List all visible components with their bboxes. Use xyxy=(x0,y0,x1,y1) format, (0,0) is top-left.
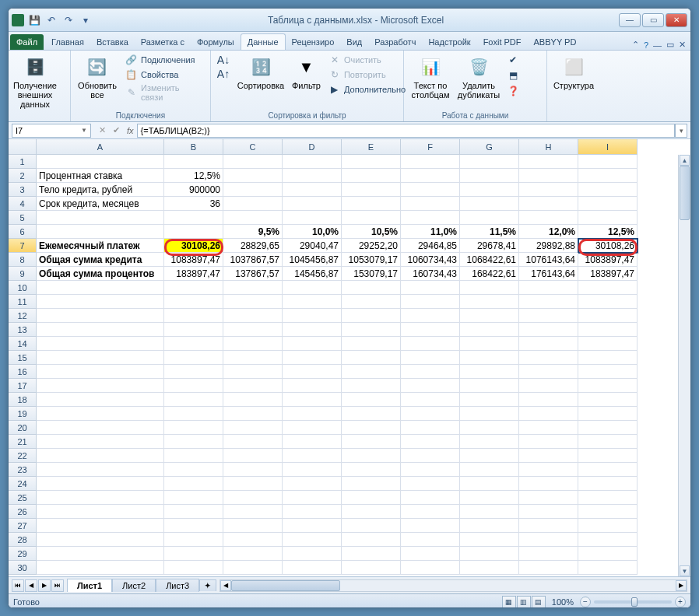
row-header[interactable]: 13 xyxy=(9,323,37,337)
cell[interactable] xyxy=(519,295,578,309)
cell[interactable] xyxy=(342,323,401,337)
cell[interactable]: 153079,17 xyxy=(342,267,401,281)
cell[interactable] xyxy=(283,197,342,211)
outline-button[interactable]: ⬜ Структура xyxy=(552,53,595,92)
cell[interactable] xyxy=(37,309,164,323)
cell[interactable]: 12,5% xyxy=(578,225,638,239)
cell[interactable] xyxy=(401,365,460,379)
cell[interactable] xyxy=(283,491,342,505)
row-header[interactable]: 22 xyxy=(9,449,37,463)
row-header[interactable]: 16 xyxy=(9,365,37,379)
page-layout-view-icon[interactable]: ▥ xyxy=(517,596,531,608)
cell[interactable] xyxy=(519,183,578,197)
cell[interactable] xyxy=(401,435,460,449)
cell[interactable] xyxy=(283,295,342,309)
cell[interactable]: 12,0% xyxy=(519,225,578,239)
cell[interactable]: 1068422,61 xyxy=(460,253,519,267)
qat-dropdown-icon[interactable]: ▾ xyxy=(79,13,93,27)
cell[interactable] xyxy=(401,351,460,365)
cell[interactable] xyxy=(223,323,283,337)
row-header[interactable]: 26 xyxy=(9,505,37,519)
cell[interactable] xyxy=(519,491,578,505)
cell[interactable] xyxy=(519,211,578,225)
cell[interactable]: 10,5% xyxy=(342,225,401,239)
row-header[interactable]: 18 xyxy=(9,393,37,407)
cell[interactable] xyxy=(164,295,223,309)
cell[interactable] xyxy=(283,323,342,337)
cell[interactable] xyxy=(519,379,578,393)
cell[interactable] xyxy=(460,407,519,421)
cell[interactable] xyxy=(223,379,283,393)
data-validation-button[interactable]: ✔ xyxy=(505,53,521,67)
cell[interactable] xyxy=(460,379,519,393)
cell[interactable] xyxy=(519,435,578,449)
cell[interactable] xyxy=(283,281,342,295)
cell[interactable] xyxy=(223,477,283,491)
row-header[interactable]: 8 xyxy=(9,253,37,267)
cell[interactable] xyxy=(519,169,578,183)
cell[interactable] xyxy=(342,561,401,575)
cell[interactable] xyxy=(283,449,342,463)
scroll-up-icon[interactable]: ▲ xyxy=(680,155,690,166)
cell[interactable] xyxy=(223,393,283,407)
fx-icon[interactable]: fx xyxy=(127,126,134,135)
cell[interactable] xyxy=(223,211,283,225)
cell[interactable] xyxy=(460,323,519,337)
cell[interactable] xyxy=(519,477,578,491)
cell[interactable]: Тело кредита, рублей xyxy=(37,183,164,197)
filter-button[interactable]: ▼ Фильтр xyxy=(290,53,322,92)
sort-desc-button[interactable]: A↑ xyxy=(216,67,231,81)
row-header[interactable]: 6 xyxy=(9,225,37,239)
cell[interactable] xyxy=(342,295,401,309)
cell[interactable] xyxy=(460,183,519,197)
connections-button[interactable]: 🔗Подключения xyxy=(124,53,205,67)
cell[interactable] xyxy=(342,393,401,407)
cell[interactable] xyxy=(578,309,638,323)
cell[interactable] xyxy=(164,547,223,561)
cell[interactable] xyxy=(223,295,283,309)
cell[interactable] xyxy=(519,547,578,561)
cell[interactable] xyxy=(283,519,342,533)
text-to-columns-button[interactable]: 📊 Текст по столбцам xyxy=(409,53,452,101)
cell[interactable] xyxy=(164,323,223,337)
cell[interactable] xyxy=(460,197,519,211)
cell[interactable] xyxy=(37,407,164,421)
namebox-dropdown-icon[interactable]: ▼ xyxy=(81,127,87,134)
cell[interactable] xyxy=(223,197,283,211)
cell[interactable] xyxy=(519,365,578,379)
cell[interactable] xyxy=(342,211,401,225)
cell[interactable] xyxy=(164,519,223,533)
reapply-button[interactable]: ↻Повторить xyxy=(327,68,407,82)
cell[interactable] xyxy=(578,421,638,435)
cell[interactable]: 1083897,47 xyxy=(578,253,638,267)
cell[interactable] xyxy=(578,323,638,337)
hscroll-thumb[interactable] xyxy=(231,580,340,591)
vertical-scrollbar[interactable]: ▲ ▼ xyxy=(678,155,690,576)
cell[interactable] xyxy=(164,365,223,379)
cell[interactable] xyxy=(283,393,342,407)
row-header[interactable]: 4 xyxy=(9,197,37,211)
cell[interactable] xyxy=(578,533,638,547)
cell[interactable] xyxy=(460,491,519,505)
col-header-F[interactable]: F xyxy=(401,139,460,155)
cell[interactable] xyxy=(460,477,519,491)
cell[interactable] xyxy=(37,225,164,239)
sheet-tab-Лист1[interactable]: Лист1 xyxy=(67,579,112,592)
cell[interactable] xyxy=(223,169,283,183)
cell[interactable] xyxy=(519,351,578,365)
cell[interactable] xyxy=(578,561,638,575)
cell[interactable] xyxy=(578,295,638,309)
row-header[interactable]: 24 xyxy=(9,477,37,491)
row-header[interactable]: 2 xyxy=(9,169,37,183)
col-header-I[interactable]: I xyxy=(578,139,638,155)
cell[interactable] xyxy=(37,351,164,365)
formula-expand-icon[interactable]: ▾ xyxy=(675,124,687,138)
row-header[interactable]: 12 xyxy=(9,309,37,323)
row-header[interactable]: 20 xyxy=(9,421,37,435)
clear-filter-button[interactable]: ✕Очистить xyxy=(327,53,407,67)
cell[interactable] xyxy=(519,533,578,547)
help-icon[interactable]: ? xyxy=(644,40,648,50)
cell[interactable] xyxy=(283,505,342,519)
cell[interactable] xyxy=(401,197,460,211)
cell[interactable] xyxy=(37,477,164,491)
